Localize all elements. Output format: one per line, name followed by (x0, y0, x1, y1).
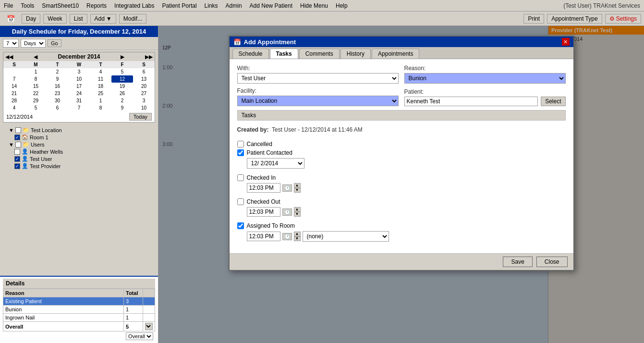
cal-day-11[interactable]: 11 (90, 75, 111, 83)
cal-next[interactable]: ▶ (121, 54, 124, 60)
details-row[interactable]: Existing Patient3 (3, 297, 155, 306)
checked-in-spinner-up[interactable]: ▲ (294, 183, 301, 188)
add-button[interactable]: Add ▼ (90, 14, 116, 24)
cal-day-9[interactable]: 9 (111, 104, 133, 111)
cal-day-1[interactable]: 1 (25, 68, 47, 75)
tree-item-room-1[interactable]: ✓🏠Room 1 (3, 134, 155, 141)
modal-close-button[interactable]: ✕ (562, 38, 570, 46)
cal-day-1[interactable]: 1 (90, 97, 111, 104)
menu-help[interactable]: Help (336, 2, 348, 9)
assigned-to-room-clock-icon[interactable]: 🕐 (282, 233, 292, 240)
cal-day-16[interactable]: 16 (47, 83, 68, 90)
menu-tools[interactable]: Tools (21, 2, 34, 9)
cal-day-28[interactable]: 28 (3, 97, 25, 104)
menu-hide-menu[interactable]: Hide Menu (300, 2, 328, 9)
checked-out-spinner-down[interactable]: ▼ (294, 212, 301, 217)
checked-out-clock-icon[interactable]: 🕐 (282, 208, 292, 216)
tree-item-heather-wells[interactable]: 👤Heather Wells (3, 148, 155, 155)
close-button[interactable]: Close (536, 257, 568, 267)
cal-day-5[interactable]: 5 (25, 104, 47, 111)
cal-day-30[interactable]: 30 (47, 97, 68, 104)
checked-in-checkbox[interactable] (237, 174, 244, 181)
details-row[interactable]: Bunion1 (3, 306, 155, 314)
patient-contacted-checkbox[interactable] (237, 149, 244, 156)
with-select[interactable]: Test User (237, 73, 399, 84)
week-button[interactable]: Week (43, 14, 66, 24)
cal-day-3[interactable]: 3 (133, 97, 155, 104)
assigned-to-room-checkbox[interactable] (237, 222, 244, 229)
cal-day-2[interactable]: 2 (111, 97, 133, 104)
tab-schedule[interactable]: Schedule (232, 49, 269, 59)
checked-in-spinner-down[interactable]: ▼ (294, 188, 301, 193)
checked-in-time-input[interactable] (247, 183, 280, 193)
menu-file[interactable]: File (4, 2, 13, 9)
tab-appointments[interactable]: Appointments (372, 49, 419, 59)
cal-day-10[interactable]: 10 (133, 104, 155, 111)
cal-day-27[interactable]: 27 (133, 90, 155, 97)
details-footer-select[interactable]: Overall (126, 332, 153, 340)
cal-day-4[interactable]: 4 (90, 68, 111, 75)
checked-out-spinner-up[interactable]: ▲ (294, 207, 301, 212)
cal-day-14[interactable]: 14 (3, 83, 25, 90)
cal-next-next[interactable]: ▶▶ (145, 54, 153, 60)
cal-day-7[interactable]: 7 (68, 104, 90, 111)
cal-day-6[interactable]: 6 (47, 104, 68, 111)
print-button[interactable]: Print (523, 14, 544, 24)
checked-in-clock-icon[interactable]: 🕐 (282, 184, 292, 192)
cal-day-3[interactable]: 3 (68, 68, 90, 75)
cal-day-4[interactable]: 4 (3, 104, 25, 111)
tree-item-test-user[interactable]: ✓👤Test User (3, 155, 155, 162)
cal-prev-prev[interactable]: ◀◀ (5, 54, 13, 60)
tab-comments[interactable]: Comments (299, 49, 340, 59)
menu-smartsheet[interactable]: SmartSheet10 (42, 2, 79, 9)
details-row[interactable]: Ingrown Nail1 (3, 314, 155, 322)
modify-button[interactable]: Modif... (119, 14, 146, 24)
tree-item-users[interactable]: ▼📁Users (3, 141, 155, 148)
cal-day-9[interactable]: 9 (47, 75, 68, 83)
details-overall-scroll[interactable]: ▼ (143, 322, 155, 331)
patient-contacted-date-select[interactable]: 12/ 2/2014 (247, 158, 304, 169)
facility-select[interactable]: Main Location (237, 96, 399, 106)
tab-tasks[interactable]: Tasks (270, 49, 298, 59)
assigned-to-room-spinner-down[interactable]: ▼ (294, 236, 301, 241)
menu-reports[interactable]: Reports (86, 2, 107, 9)
cal-day-19[interactable]: 19 (111, 83, 133, 90)
cal-day-8[interactable]: 8 (90, 104, 111, 111)
cal-day-13[interactable]: 13 (133, 75, 155, 83)
menu-add-patient[interactable]: Add New Patient (250, 2, 292, 9)
cal-day-26[interactable]: 26 (111, 90, 133, 97)
cal-day-23[interactable]: 23 (47, 90, 68, 97)
cal-day-25[interactable]: 25 (90, 90, 111, 97)
assigned-to-room-spinner-up[interactable]: ▲ (294, 232, 301, 236)
date-unit-select[interactable]: Days (21, 39, 46, 48)
save-button[interactable]: Save (503, 257, 532, 267)
menu-admin[interactable]: Admin (226, 2, 242, 9)
cal-day-31[interactable]: 31 (68, 97, 90, 104)
cal-day-10[interactable]: 10 (68, 75, 90, 83)
cal-day-29[interactable]: 29 (25, 97, 47, 104)
settings-button[interactable]: ⚙ Settings (605, 14, 641, 24)
date-number-select[interactable]: 7 (3, 39, 19, 48)
room-select[interactable]: (none) (303, 231, 389, 242)
cal-day-21[interactable]: 21 (3, 90, 25, 97)
reason-select[interactable]: Bunion (404, 73, 566, 84)
checked-out-time-input[interactable] (247, 207, 280, 217)
assigned-to-room-time-input[interactable] (247, 232, 280, 241)
cal-prev[interactable]: ◀ (34, 54, 37, 60)
cal-day-24[interactable]: 24 (68, 90, 90, 97)
tree-item-test-location[interactable]: ▼📁Test Location (3, 126, 155, 134)
tab-history[interactable]: History (340, 49, 371, 59)
tree-item-test-provider[interactable]: ✓👤Test Provider (3, 162, 155, 170)
cal-day-6[interactable]: 6 (133, 68, 155, 75)
checked-out-checkbox[interactable] (237, 198, 244, 205)
patient-input[interactable] (404, 97, 538, 106)
cal-day-17[interactable]: 17 (68, 83, 90, 90)
cal-day-7[interactable]: 7 (3, 75, 25, 83)
select-patient-button[interactable]: Select (541, 97, 565, 106)
menu-patient-portal[interactable]: Patient Portal (162, 2, 197, 9)
menu-integrated-labs[interactable]: Integrated Labs (114, 2, 154, 9)
cal-day-12[interactable]: 12 (111, 75, 133, 83)
cal-day-15[interactable]: 15 (25, 83, 47, 90)
cal-day-18[interactable]: 18 (90, 83, 111, 90)
day-button[interactable]: Day (22, 14, 40, 24)
